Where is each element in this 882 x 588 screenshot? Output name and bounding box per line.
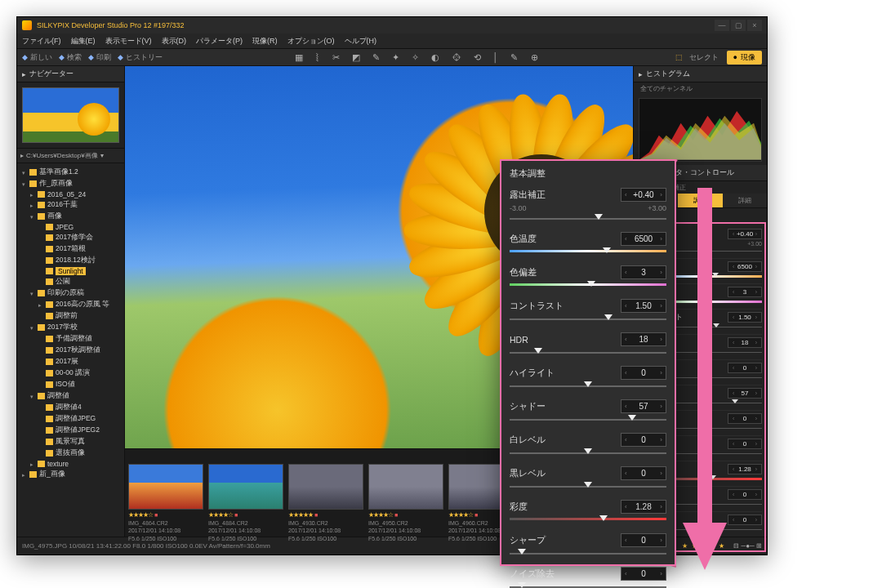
select-mode[interactable]: セレクト xyxy=(689,52,719,63)
tree-row[interactable]: Sunlight xyxy=(22,266,121,276)
param-hdr: HDR ‹18› xyxy=(510,329,666,363)
tree-row[interactable]: ▾ 調整値 xyxy=(22,390,121,402)
tree-row[interactable]: 選抜画像 xyxy=(22,448,121,459)
param-exposure-value[interactable]: ‹+0.40› xyxy=(728,229,762,239)
tree-row[interactable]: 調整値JPEG2 xyxy=(22,425,121,436)
param-contrast-slider[interactable] xyxy=(510,316,666,323)
tree-row[interactable]: 調整値4 xyxy=(22,402,121,413)
tree-row[interactable]: ▾ 印刷の原稿 xyxy=(22,287,121,299)
tree-row[interactable]: 予備調整値 xyxy=(22,333,121,345)
thumbnail[interactable]: ★★★★☆ ■ IMG_4864.CR22017/12/01 14:10:08F… xyxy=(128,464,203,542)
tree-row[interactable]: ▾ 基準画像1.2 xyxy=(22,167,121,178)
tree-row[interactable]: 2017箱根 xyxy=(22,243,121,255)
minimize-icon[interactable]: — xyxy=(715,20,729,31)
menu-item[interactable]: ファイル(F) xyxy=(22,36,61,47)
tree-row[interactable]: 2017展 xyxy=(22,356,121,368)
param-highlight-value[interactable]: ‹0› xyxy=(621,366,666,380)
tree-row[interactable]: ▸ 新_画像 xyxy=(22,469,121,480)
param-sharp-value[interactable]: ‹0› xyxy=(621,533,666,547)
param-shadow-value[interactable]: ‹57› xyxy=(621,399,666,413)
param-shadow-value[interactable]: ‹57› xyxy=(728,388,762,399)
param-nr: ノイズ除去 ‹0› xyxy=(510,564,666,588)
menu-item[interactable]: ヘルプ(H) xyxy=(345,36,377,47)
param-contrast-value[interactable]: ‹1.50› xyxy=(621,299,666,313)
menu-item[interactable]: パラメータ(P) xyxy=(196,36,243,47)
histogram xyxy=(639,98,762,162)
tab-detail[interactable]: 詳細 xyxy=(723,194,767,207)
toolbar-center-icons: ▦ ⦚ ✂ ◩ ✎ ✦ ✧ ◐ ⌖ ⟲ │ ✎ ⊕ xyxy=(295,52,543,63)
maximize-icon[interactable]: ▢ xyxy=(731,20,746,31)
tree-row[interactable]: ▸ 2016千葉 xyxy=(22,199,121,211)
folder-tree[interactable]: ▾ 基準画像1.2 ▾ 作_原画像 ▸ 2016_05_24 ▸ 2016千葉 … xyxy=(17,163,124,537)
param-sharp-slider[interactable] xyxy=(510,550,666,557)
navigator-preview[interactable] xyxy=(22,87,119,143)
window-title: SILKYPIX Developer Studio Pro 12 #197/33… xyxy=(37,21,185,29)
param-black-slider[interactable] xyxy=(510,483,666,490)
param-sat-value[interactable]: ‹1.28› xyxy=(621,500,666,514)
param-temp-value[interactable]: ‹6500› xyxy=(621,232,666,246)
menu-item[interactable]: オプション(O) xyxy=(287,36,335,47)
tree-row[interactable]: ▸ texture xyxy=(22,459,121,469)
param-temp-slider[interactable] xyxy=(510,249,666,256)
left-column: ▸ ナビゲーター ▸ C:¥Users¥Desktop¥画像 ▾ ▾ 基準画像1… xyxy=(17,66,125,537)
zoom-indicator[interactable]: ⊟ ─●─ ⊞ xyxy=(733,542,762,550)
param-white-value[interactable]: ‹0› xyxy=(621,433,666,447)
develop-button[interactable]: ● 現像 xyxy=(727,51,762,65)
thumbnail[interactable]: ★★★★★ ■ IMG_4930.CR22017/12/01 14:10:08F… xyxy=(288,464,363,542)
param-tint-value[interactable]: ‹3› xyxy=(728,287,762,297)
histogram-sub: 全てのチャンネル xyxy=(634,82,767,95)
param-sat-slider[interactable] xyxy=(510,517,666,523)
tree-row[interactable]: 2018.12検討 xyxy=(22,255,121,266)
param-hdr-slider[interactable] xyxy=(510,350,666,356)
tree-row[interactable]: 調整値JPEG xyxy=(22,413,121,425)
param-nr-value[interactable]: ‹0› xyxy=(728,514,762,525)
param-sharp-value[interactable]: ‹0› xyxy=(728,489,762,500)
param-white-slider[interactable] xyxy=(510,450,666,457)
toolbar-item[interactable]: ◆検索 xyxy=(59,52,82,63)
param-black-value[interactable]: ‹0› xyxy=(728,439,762,449)
menu-item[interactable]: 現像(R) xyxy=(252,36,278,47)
param-exposure-slider[interactable] xyxy=(510,216,666,222)
param-hdr-value[interactable]: ‹18› xyxy=(728,337,762,348)
tree-row[interactable]: ISO値 xyxy=(22,379,121,390)
toolbar-item[interactable]: ◆新しい xyxy=(22,52,52,63)
toolbar-item[interactable]: ◆印刷 xyxy=(88,52,111,63)
param-sat-value[interactable]: ‹1.28› xyxy=(728,464,762,474)
param-nr-slider[interactable] xyxy=(510,584,666,588)
tree-row[interactable]: ▸ 2016_05_24 xyxy=(22,189,121,199)
param-exposure-value[interactable]: ‹+0.40› xyxy=(621,188,666,202)
param-hdr-value[interactable]: ‹18› xyxy=(621,332,666,346)
param-tint-slider[interactable] xyxy=(510,283,666,289)
path-bar[interactable]: ▸ C:¥Users¥Desktop¥画像 ▾ xyxy=(17,148,124,163)
param-shadow-slider[interactable] xyxy=(510,416,666,423)
tree-row[interactable]: ▾ 画像 xyxy=(22,211,121,222)
thumbnail[interactable]: ★★★★☆ ■ IMG_4884.CR22017/12/01 14:10:08F… xyxy=(208,464,283,542)
menu-item[interactable]: 編集(E) xyxy=(71,36,96,47)
rating-stars[interactable]: ★ ★ ★ ★ ★ xyxy=(682,542,725,550)
menu-item[interactable]: 表示(D) xyxy=(162,36,187,47)
close-icon[interactable]: × xyxy=(747,20,762,31)
param-highlight-value[interactable]: ‹0› xyxy=(728,363,762,373)
param-white-value[interactable]: ‹0› xyxy=(728,413,762,424)
param-tint-value[interactable]: ‹3› xyxy=(621,265,666,279)
param-highlight-slider[interactable] xyxy=(510,383,666,390)
thumbnail[interactable]: ★★★★☆ ■ IMG_4950.CR22017/12/01 14:10:08F… xyxy=(368,464,443,542)
tree-row[interactable]: 調整前 xyxy=(22,310,121,322)
tree-row[interactable]: 2017修学会 xyxy=(22,232,121,243)
param-contrast-value[interactable]: ‹1.50› xyxy=(728,312,762,323)
status-text: IMG_4975.JPG 10/08/21 13:41:22.00 F8.0 1… xyxy=(22,542,270,550)
tree-row[interactable]: ▾ 作_原画像 xyxy=(22,178,121,189)
param-black-value[interactable]: ‹0› xyxy=(621,466,666,480)
tree-row[interactable]: 風景写真 xyxy=(22,436,121,448)
tree-row[interactable]: ▾ 2017学校 xyxy=(22,322,121,333)
param-nr-value[interactable]: ‹0› xyxy=(621,567,666,581)
toolbar-item[interactable]: ◆ヒストリー xyxy=(118,52,163,63)
tree-row[interactable]: 公園 xyxy=(22,276,121,287)
tab-adjust[interactable]: 調整 xyxy=(678,194,722,207)
menu-item[interactable]: 表示モード(V) xyxy=(105,36,152,47)
tree-row[interactable]: 2017秋調整値 xyxy=(22,345,121,356)
tree-row[interactable]: ▸ 2016高の原風 等 xyxy=(22,299,121,310)
param-temp-value[interactable]: ‹6500› xyxy=(728,261,762,272)
tree-row[interactable]: JPEG xyxy=(22,222,121,232)
tree-row[interactable]: 00-00 講演 xyxy=(22,368,121,379)
